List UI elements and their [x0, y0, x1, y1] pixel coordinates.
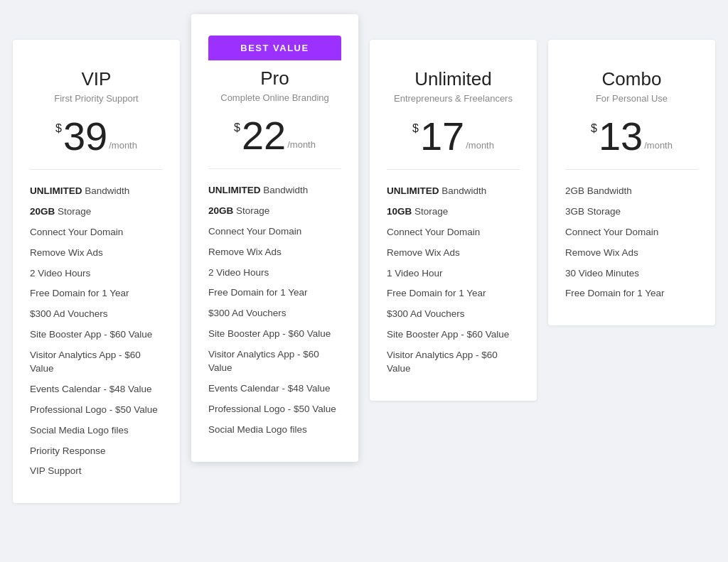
price-amount-vip: 39 [63, 117, 107, 156]
feature-item-pro-5: Free Domain for 1 Year [208, 283, 341, 303]
feature-text-combo-0: 2GB Bandwidth [565, 185, 632, 196]
feature-text-combo-1: 3GB Storage [565, 206, 621, 217]
feature-text-vip-1: Storage [55, 206, 91, 217]
feature-text-vip-11: Social Media Logo files [30, 425, 129, 436]
feature-text-unlimited-6: $300 Ad Vouchers [387, 308, 465, 319]
feature-text-unlimited-7: Site Booster App - $60 Value [387, 329, 509, 340]
plan-price-combo: $ 13 /month [565, 117, 698, 156]
feature-item-vip-4: 2 Video Hours [30, 264, 163, 284]
feature-item-pro-6: $300 Ad Vouchers [208, 303, 341, 324]
feature-item-combo-4: 30 Video Minutes [565, 264, 698, 284]
feature-text-vip-0: Bandwidth [82, 185, 130, 196]
feature-text-vip-7: Site Booster App - $60 Value [30, 329, 152, 340]
feature-text-pro-4: 2 Video Hours [208, 267, 269, 278]
feature-item-vip-9: Events Calendar - $48 Value [30, 379, 163, 400]
plan-name-unlimited: Unlimited [387, 68, 520, 90]
divider-unlimited [387, 169, 520, 170]
feature-item-combo-1: 3GB Storage [565, 202, 698, 222]
divider-pro [208, 168, 341, 169]
feature-item-vip-8: Visitor Analytics App - $60 Value [30, 345, 163, 379]
divider-combo [565, 169, 698, 170]
plan-subtitle-vip: First Priority Support [30, 93, 163, 104]
feature-item-unlimited-5: Free Domain for 1 Year [387, 283, 520, 304]
feature-text-combo-5: Free Domain for 1 Year [565, 288, 665, 298]
feature-item-pro-7: Site Booster App - $60 Value [208, 324, 341, 345]
feature-item-unlimited-3: Remove Wix Ads [387, 243, 520, 264]
feature-item-pro-1: 20GB Storage [208, 201, 341, 222]
price-amount-unlimited: 17 [420, 117, 464, 156]
feature-list-vip: UNLIMITED Bandwidth20GB StorageConnect Y… [30, 181, 163, 482]
feature-text-pro-9: Events Calendar - $48 Value [208, 383, 331, 394]
feature-item-vip-10: Professional Logo - $50 Value [30, 400, 163, 421]
feature-item-vip-11: Social Media Logo files [30, 421, 163, 441]
feature-text-pro-6: $300 Ad Vouchers [208, 308, 287, 318]
feature-text-vip-4: 2 Video Hours [30, 268, 90, 279]
feature-text-vip-5: Free Domain for 1 Year [30, 288, 129, 298]
price-dollar-unlimited: $ [412, 122, 419, 135]
feature-item-pro-2: Connect Your Domain [208, 222, 341, 242]
plan-card-unlimited: UnlimitedEntrepreneurs & Freelancers $ 1… [370, 40, 537, 401]
price-period-vip: /month [109, 140, 137, 151]
feature-text-pro-5: Free Domain for 1 Year [208, 287, 308, 298]
plan-card-vip: VIPFirst Priority Support $ 39 /month UN… [13, 40, 180, 503]
plan-price-vip: $ 39 /month [30, 117, 163, 156]
feature-bold-unlimited-0: UNLIMITED [387, 185, 439, 196]
feature-text-unlimited-0: Bandwidth [439, 185, 487, 196]
feature-item-pro-4: 2 Video Hours [208, 263, 341, 283]
feature-item-vip-12: Priority Response [30, 441, 163, 462]
feature-item-vip-0: UNLIMITED Bandwidth [30, 181, 163, 202]
feature-item-pro-8: Visitor Analytics App - $60 Value [208, 345, 341, 379]
feature-text-vip-10: Professional Logo - $50 Value [30, 404, 158, 415]
plan-price-pro: $ 22 /month [208, 116, 341, 156]
price-period-pro: /month [287, 139, 316, 150]
feature-text-vip-13: VIP Support [30, 465, 82, 476]
feature-text-vip-3: Remove Wix Ads [30, 247, 103, 258]
feature-item-vip-7: Site Booster App - $60 Value [30, 325, 163, 345]
feature-item-vip-2: Connect Your Domain [30, 222, 163, 243]
feature-item-vip-1: 20GB Storage [30, 202, 163, 222]
feature-bold-pro-1: 20GB [208, 205, 233, 216]
divider-vip [30, 169, 163, 170]
feature-text-pro-2: Connect Your Domain [208, 226, 301, 237]
feature-bold-vip-0: UNLIMITED [30, 185, 82, 196]
feature-text-unlimited-5: Free Domain for 1 Year [387, 288, 486, 298]
feature-item-combo-5: Free Domain for 1 Year [565, 283, 698, 304]
price-dollar-vip: $ [55, 122, 62, 135]
price-amount-combo: 13 [599, 117, 643, 156]
best-value-banner: BEST VALUE [208, 36, 341, 60]
feature-text-pro-3: Remove Wix Ads [208, 247, 282, 257]
feature-item-combo-0: 2GB Bandwidth [565, 181, 698, 202]
feature-item-vip-13: VIP Support [30, 461, 163, 482]
feature-text-unlimited-1: Storage [412, 206, 448, 217]
feature-text-combo-2: Connect Your Domain [565, 227, 658, 237]
feature-list-combo: 2GB Bandwidth3GB StorageConnect Your Dom… [565, 181, 698, 304]
feature-text-unlimited-2: Connect Your Domain [387, 227, 480, 237]
feature-item-combo-3: Remove Wix Ads [565, 243, 698, 264]
feature-text-pro-7: Site Booster App - $60 Value [208, 328, 331, 339]
plan-name-combo: Combo [565, 68, 698, 90]
feature-text-unlimited-3: Remove Wix Ads [387, 247, 460, 258]
feature-item-pro-3: Remove Wix Ads [208, 242, 341, 263]
feature-text-vip-12: Priority Response [30, 445, 106, 456]
feature-bold-vip-1: 20GB [30, 206, 55, 217]
feature-item-unlimited-7: Site Booster App - $60 Value [387, 325, 520, 345]
price-dollar-pro: $ [234, 121, 240, 134]
feature-item-combo-2: Connect Your Domain [565, 222, 698, 243]
feature-text-pro-10: Professional Logo - $50 Value [208, 404, 336, 414]
feature-item-vip-5: Free Domain for 1 Year [30, 283, 163, 304]
plan-subtitle-pro: Complete Online Branding [208, 92, 341, 103]
price-period-unlimited: /month [466, 140, 494, 151]
plan-card-combo: ComboFor Personal Use $ 13 /month 2GB Ba… [548, 40, 715, 325]
feature-item-unlimited-1: 10GB Storage [387, 202, 520, 222]
feature-item-unlimited-8: Visitor Analytics App - $60 Value [387, 345, 520, 379]
feature-item-pro-0: UNLIMITED Bandwidth [208, 180, 341, 201]
feature-bold-unlimited-1: 10GB [387, 206, 412, 217]
feature-item-unlimited-2: Connect Your Domain [387, 222, 520, 243]
plan-subtitle-unlimited: Entrepreneurs & Freelancers [387, 93, 520, 104]
feature-text-pro-0: Bandwidth [261, 185, 309, 195]
feature-text-vip-6: $300 Ad Vouchers [30, 308, 108, 319]
plan-price-unlimited: $ 17 /month [387, 117, 520, 156]
plan-card-pro: BEST VALUEProComplete Online Branding $ … [191, 14, 358, 462]
pricing-container: VIPFirst Priority Support $ 39 /month UN… [7, 14, 721, 503]
feature-item-vip-6: $300 Ad Vouchers [30, 304, 163, 325]
